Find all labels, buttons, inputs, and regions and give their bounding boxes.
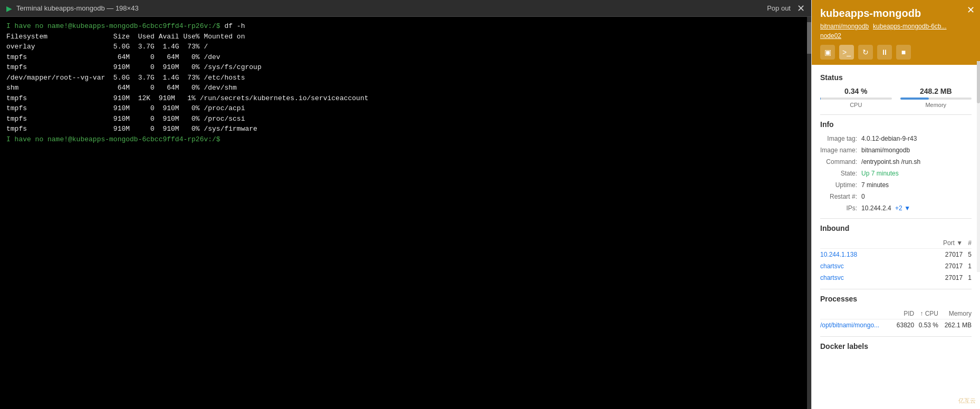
info-grid: Image tag: 4.0.12-debian-9-r43 Image nam…: [820, 134, 972, 213]
terminal-scrollbar[interactable]: [807, 17, 811, 409]
cpu-value: 0.34 %: [844, 87, 868, 95]
cpu-bar: [820, 98, 892, 100]
network-count: 1: [963, 260, 972, 272]
network-table: Port ▼ # 10.244.1.138 27017 5 chartsvc 2…: [820, 238, 972, 284]
port-header: Port: [943, 239, 955, 247]
processes-section-title: Processes: [820, 295, 972, 303]
terminal-body[interactable]: I have no name!@kubeapps-mongodb-6cbcc9f…: [0, 17, 811, 409]
proc-col-cpu: ↑ CPU: [914, 308, 938, 319]
right-scrollbar-thumb[interactable]: [977, 61, 980, 103]
image-name-label: Image name:: [820, 145, 857, 155]
pause-button[interactable]: ⏸: [877, 45, 892, 60]
network-count: 5: [963, 249, 972, 261]
state-label: State:: [820, 169, 857, 178]
proc-cpu-header[interactable]: ↑ CPU: [920, 310, 938, 317]
network-port: 27017: [913, 260, 963, 272]
network-section-title: Inbound: [820, 224, 972, 232]
process-cpu: 0.53 %: [914, 319, 938, 332]
network-col-source: [820, 238, 913, 249]
network-row: chartsvc 27017 1: [820, 260, 972, 272]
terminal-view-button[interactable]: ▣: [820, 45, 835, 60]
right-scrollbar[interactable]: [977, 61, 980, 272]
proc-col-memory: Memory: [938, 308, 972, 319]
network-row: 10.244.1.138 27017 5: [820, 249, 972, 261]
status-section-title: Status: [820, 73, 972, 82]
processes-table: PID ↑ CPU Memory /opt/bitnami/mongo... 6…: [820, 308, 972, 331]
terminal-content: I have no name!@kubeapps-mongodb-6cbcc9f…: [6, 21, 805, 144]
terminal-prompt-icon: ▶: [6, 4, 12, 13]
memory-status: 248.2 MB Memory: [900, 87, 972, 108]
uptime-label: Uptime:: [820, 180, 857, 190]
memory-bar-fill: [900, 98, 929, 100]
terminal-header-left: ▶ Terminal kubeapps-mongodb — 198×43: [6, 4, 139, 13]
proc-col-pid: PID: [892, 308, 914, 319]
process-pid: 63820: [892, 319, 914, 332]
ips-label: IPs:: [820, 203, 857, 213]
image-tag-value: 4.0.12-debian-9-r43: [861, 134, 972, 143]
network-count: 1: [963, 272, 972, 284]
process-name[interactable]: /opt/bitnami/mongo...: [820, 319, 892, 332]
terminal-header: ▶ Terminal kubeapps-mongodb — 198×43 Pop…: [0, 0, 811, 17]
memory-value: 248.2 MB: [920, 87, 952, 95]
ips-value: 10.244.2.4 +2 ▼: [861, 203, 972, 213]
divider-4: [820, 336, 972, 337]
console-button[interactable]: >_: [839, 45, 854, 60]
docker-labels-title: Docker labels: [820, 342, 972, 350]
close-icon[interactable]: ✕: [967, 5, 975, 15]
processes-tbody: /opt/bitnami/mongo... 63820 0.53 % 262.1…: [820, 319, 972, 332]
network-source[interactable]: chartsvc: [820, 272, 913, 284]
state-value: Up 7 minutes: [861, 169, 972, 178]
toolbar: ▣ >_ ↻ ⏸ ■: [820, 45, 972, 60]
breadcrumb-pod[interactable]: kubeapps-mongodb-6cb...: [873, 23, 946, 30]
watermark: 亿互云: [958, 397, 976, 405]
process-memory: 262.1 MB: [938, 319, 972, 332]
divider-1: [820, 114, 972, 115]
memory-bar: [900, 98, 972, 100]
breadcrumb: bitnami/mongodb kubeapps-mongodb-6cb... …: [820, 23, 972, 40]
refresh-button[interactable]: ↻: [858, 45, 873, 60]
container-title: kubeapps-mongodb: [820, 7, 972, 20]
stop-button[interactable]: ■: [896, 45, 911, 60]
process-row: /opt/bitnami/mongo... 63820 0.53 % 262.1…: [820, 319, 972, 332]
uptime-value: 7 minutes: [861, 180, 972, 190]
terminal-title: Terminal kubeapps-mongodb — 198×43: [16, 4, 139, 12]
network-col-port: Port ▼: [913, 238, 963, 249]
network-tbody: 10.244.1.138 27017 5 chartsvc 27017 1 ch…: [820, 249, 972, 284]
network-source[interactable]: chartsvc: [820, 260, 913, 272]
right-panel: ✕ kubeapps-mongodb bitnami/mongodb kubea…: [811, 0, 980, 409]
right-panel-close[interactable]: ✕: [967, 4, 975, 16]
right-panel-header: ✕ kubeapps-mongodb bitnami/mongodb kubea…: [812, 0, 980, 65]
network-source[interactable]: 10.244.1.138: [820, 249, 913, 261]
divider-3: [820, 289, 972, 289]
command-label: Command:: [820, 157, 857, 167]
restart-label: Restart #:: [820, 192, 857, 201]
breadcrumb-image[interactable]: bitnami/mongodb: [820, 23, 869, 30]
proc-col-name: [820, 308, 892, 319]
cpu-status: 0.34 % CPU: [820, 87, 892, 108]
restart-value: 0: [861, 192, 972, 201]
ips-primary: 10.244.2.4: [861, 204, 891, 212]
watermark-text: 亿互云: [958, 397, 976, 405]
breadcrumb-node[interactable]: node02: [820, 32, 841, 40]
status-grid: 0.34 % CPU 248.2 MB Memory: [820, 87, 972, 108]
terminal-close-icon[interactable]: ✕: [797, 3, 805, 14]
pop-out-button[interactable]: Pop out: [767, 4, 791, 12]
network-port: 27017: [913, 249, 963, 261]
right-content: Status 0.34 % CPU 248.2 MB Memory Info I…: [812, 65, 980, 409]
network-port: 27017: [913, 272, 963, 284]
image-tag-label: Image tag:: [820, 134, 857, 143]
terminal-header-right: Pop out ✕: [767, 3, 805, 14]
ips-more-button[interactable]: +2 ▼: [895, 204, 910, 212]
command-value: /entrypoint.sh /run.sh: [861, 157, 972, 167]
terminal-panel: ▶ Terminal kubeapps-mongodb — 198×43 Pop…: [0, 0, 811, 409]
memory-label: Memory: [925, 102, 946, 108]
network-col-hash: #: [963, 238, 972, 249]
network-row: chartsvc 27017 1: [820, 272, 972, 284]
divider-2: [820, 218, 972, 219]
port-sort-icon[interactable]: ▼: [956, 239, 963, 247]
image-name-value: bitnami/mongodb: [861, 145, 972, 155]
terminal-scrollbar-thumb[interactable]: [807, 22, 811, 54]
info-section-title: Info: [820, 120, 972, 129]
cpu-label: CPU: [850, 102, 862, 108]
